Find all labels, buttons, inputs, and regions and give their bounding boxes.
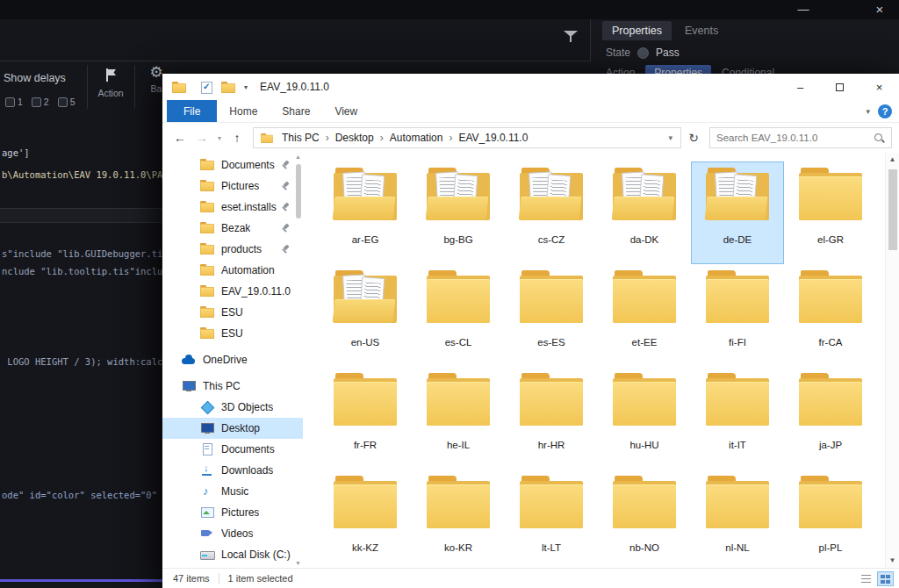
tab-properties[interactable]: Properties [602,21,672,40]
scrollbar-thumb[interactable] [888,169,897,250]
address-dropdown-chevron-icon[interactable]: ▾ [662,133,679,142]
folder-icon [332,372,399,428]
sidebar-item-eav-19-0-11-0[interactable]: EAV_19.0.11.0 [162,281,303,302]
filter-icon[interactable] [564,30,578,44]
sidebar-scrollbar[interactable]: ▲ ▼ [293,153,303,568]
refresh-button[interactable]: ↻ [682,131,705,145]
pin-icon [281,203,291,212]
search-box[interactable]: Search EAV_19.0.11.0 [709,127,892,148]
menu-tab-share[interactable]: Share [270,100,322,122]
menu-tab-home[interactable]: Home [217,100,270,122]
folder-item-fi-FI[interactable]: fi-FI [691,264,784,367]
scrollbar-thumb[interactable] [296,164,301,219]
folder-item-ja-JP[interactable]: ja-JP [784,367,877,470]
folder-icon [332,475,399,531]
sidebar-item-this-pc[interactable]: This PC [162,376,303,397]
scroll-up-icon[interactable]: ▲ [889,153,896,167]
sidebar-item-products[interactable]: products [162,239,303,260]
state-toggle[interactable] [637,47,649,59]
folder-item-de-DE[interactable]: de-DE [691,161,784,264]
back-button[interactable]: ← [169,127,191,148]
sidebar-item-pictures[interactable]: Pictures [162,502,303,523]
folder-item-pl-PL[interactable]: pl-PL [784,470,877,568]
folder-item-hu-HU[interactable]: hu-HU [598,367,691,470]
folder-item-kk-KZ[interactable]: kk-KZ [319,470,412,568]
new-folder-shortcut-icon[interactable] [221,82,235,93]
breadcrumb-item[interactable]: This PC [276,132,326,144]
scroll-up-icon[interactable]: ▲ [295,153,301,161]
sidebar-item-esu[interactable]: ESU [162,323,303,344]
folder-label: ja-JP [819,440,842,450]
folder-item-ar-EG[interactable]: ar-EG [319,161,412,264]
sidebar-item-music[interactable]: Music [162,481,303,502]
main-scrollbar[interactable]: ▲ ▼ [885,153,899,568]
sidebar-item-videos[interactable]: Videos [162,523,303,544]
app-close-button[interactable]: × [867,2,892,18]
folder-item-da-DK[interactable]: da-DK [598,161,691,264]
folder-item-ko-KR[interactable]: ko-KR [412,470,505,568]
toggle-2[interactable]: 2 [32,97,49,107]
breadcrumb-item[interactable]: EAV_19.0.11.0 [452,132,534,144]
folder-item-it-IT[interactable]: it-IT [691,367,784,470]
customize-toolbar-chevron-icon[interactable]: ▾ [244,83,248,91]
sidebar-item-3d-objects[interactable]: 3D Objects [162,397,303,418]
sidebar-item-onedrive[interactable]: OneDrive [162,349,303,370]
folder-label: ko-KR [444,542,472,553]
folder-item-lt-LT[interactable]: lt-LT [505,470,598,568]
folder-label: nb-NO [629,542,659,553]
menu-tab-file[interactable]: File [167,100,217,122]
folder-item-en-US[interactable]: en-US [319,264,412,367]
sidebar-item-automation[interactable]: Automation [162,260,303,281]
action-tool-button[interactable]: Action [91,68,130,98]
breadcrumb-item[interactable]: Automation [384,132,450,144]
scroll-down-icon[interactable]: ▼ [889,554,896,568]
toggle-1[interactable]: 1 [5,97,23,107]
close-button[interactable]: × [859,74,899,100]
app-minimize-button[interactable]: — [791,2,816,18]
details-view-button[interactable] [858,571,874,586]
recent-locations-chevron-icon[interactable]: ▾ [213,127,226,148]
folder-item-et-EE[interactable]: et-EE [598,264,691,367]
search-input[interactable]: Search EAV_19.0.11.0 [716,133,874,143]
folder-icon [797,269,864,326]
forward-button[interactable]: → [191,127,212,148]
menu-tab-view[interactable]: View [322,100,370,122]
sidebar-item-eset-installs[interactable]: eset.installs [162,197,303,218]
folder-item-cs-CZ[interactable]: cs-CZ [505,161,598,264]
folder-item-hr-HR[interactable]: hr-HR [505,367,598,470]
sidebar-item-esu[interactable]: ESU [162,302,303,323]
ribbon-collapse-chevron-icon[interactable]: ▾ [866,107,870,116]
search-icon[interactable] [874,133,885,144]
folder-item-nb-NO[interactable]: nb-NO [598,470,691,568]
sidebar-item-downloads[interactable]: Downloads [162,460,303,481]
folder-item-fr-CA[interactable]: fr-CA [784,264,877,367]
breadcrumb-item[interactable]: Desktop [329,132,380,144]
folder-item-he-IL[interactable]: he-IL [412,367,505,470]
file-list-area[interactable]: ar-EGbg-BGcs-CZda-DKde-DEel-GRen-USes-CL… [303,153,899,568]
folder-item-es-ES[interactable]: es-ES [505,264,598,367]
tab-events[interactable]: Events [675,21,728,40]
address-bar[interactable]: This PC›Desktop›Automation›EAV_19.0.11.0… [253,127,681,148]
toggle-5[interactable]: 5 [58,97,76,107]
checkbox-number: 1 [18,97,23,107]
folder-item-el-GR[interactable]: el-GR [784,161,877,264]
sidebar-item-documents[interactable]: Documents [162,154,303,176]
explorer-titlebar[interactable]: ▾ EAV_19.0.11.0 – × [162,74,899,100]
sidebar-item-bezak[interactable]: Bezak [162,218,303,239]
folder-item-es-CL[interactable]: es-CL [412,264,505,367]
folder-item-fr-FR[interactable]: fr-FR [319,367,412,470]
sidebar-item-documents[interactable]: Documents [162,439,303,460]
sidebar-item-pictures[interactable]: Pictures [162,176,303,197]
scroll-down-icon[interactable]: ▼ [295,559,301,568]
help-button[interactable]: ? [878,104,892,118]
maximize-button[interactable] [820,74,859,100]
properties-shortcut-icon[interactable] [200,81,212,93]
folder-item-nl-NL[interactable]: nl-NL [691,470,784,568]
up-button[interactable]: ↑ [227,127,248,148]
sidebar-item-local-disk-c[interactable]: Local Disk (C:) [162,544,303,565]
thumbnail-view-button[interactable] [877,571,894,586]
minimize-button[interactable]: – [780,74,820,100]
code-editor[interactable]: age'] b\Automation\EAV_19.0.11.0\PAC s"i… [0,116,162,588]
sidebar-item-desktop[interactable]: Desktop [162,418,303,439]
folder-item-bg-BG[interactable]: bg-BG [412,161,505,264]
